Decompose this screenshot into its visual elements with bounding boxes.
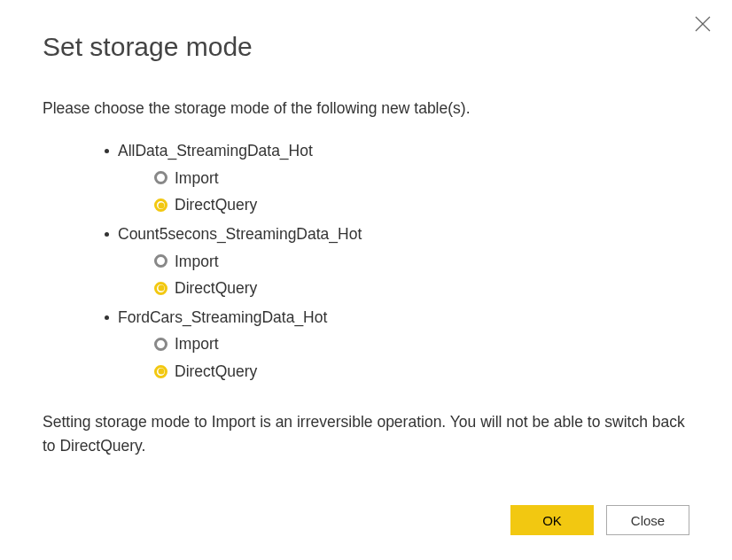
storage-mode-dialog: Set storage mode Please choose the stora… xyxy=(0,0,732,560)
option-label: DirectQuery xyxy=(175,358,257,385)
radio-icon xyxy=(154,254,167,268)
option-label: DirectQuery xyxy=(175,275,257,302)
radio-icon xyxy=(154,365,167,378)
table-item: FordCars_StreamingData_Hot Import Direct… xyxy=(105,304,689,385)
table-options: Import DirectQuery xyxy=(154,248,689,302)
option-import[interactable]: Import xyxy=(154,248,689,276)
option-directquery[interactable]: DirectQuery xyxy=(154,358,689,385)
radio-icon xyxy=(154,198,167,212)
table-options: Import DirectQuery xyxy=(154,331,689,385)
radio-icon xyxy=(154,338,167,351)
close-icon[interactable] xyxy=(695,16,713,34)
table-item: AllData_StreamingData_Hot Import DirectQ… xyxy=(105,137,689,219)
ok-button[interactable]: OK xyxy=(510,505,594,535)
table-name-row: FordCars_StreamingData_Hot xyxy=(105,304,689,331)
radio-icon xyxy=(154,282,167,295)
table-name-row: Count5secons_StreamingData_Hot xyxy=(105,221,689,248)
bullet-icon xyxy=(105,232,109,237)
option-directquery[interactable]: DirectQuery xyxy=(154,191,689,219)
bullet-icon xyxy=(105,149,109,153)
dialog-title: Set storage mode xyxy=(43,32,689,62)
option-label: Import xyxy=(175,331,219,358)
radio-icon xyxy=(154,171,167,184)
option-label: Import xyxy=(175,248,219,276)
option-label: DirectQuery xyxy=(175,191,257,219)
option-label: Import xyxy=(175,165,219,192)
option-import[interactable]: Import xyxy=(154,165,689,192)
option-import[interactable]: Import xyxy=(154,331,689,358)
close-button[interactable]: Close xyxy=(606,505,689,535)
instruction-text: Please choose the storage mode of the fo… xyxy=(43,99,689,118)
table-name-row: AllData_StreamingData_Hot xyxy=(105,137,689,165)
table-name: AllData_StreamingData_Hot xyxy=(118,137,313,165)
warning-text: Setting storage mode to Import is an irr… xyxy=(43,410,689,458)
table-options: Import DirectQuery xyxy=(154,165,689,219)
bullet-icon xyxy=(105,315,109,320)
table-name: FordCars_StreamingData_Hot xyxy=(118,304,327,331)
tables-list: AllData_StreamingData_Hot Import DirectQ… xyxy=(105,137,689,385)
option-directquery[interactable]: DirectQuery xyxy=(154,275,689,302)
table-name: Count5secons_StreamingData_Hot xyxy=(118,221,362,248)
table-item: Count5secons_StreamingData_Hot Import Di… xyxy=(105,221,689,302)
dialog-buttons: OK Close xyxy=(510,505,689,535)
